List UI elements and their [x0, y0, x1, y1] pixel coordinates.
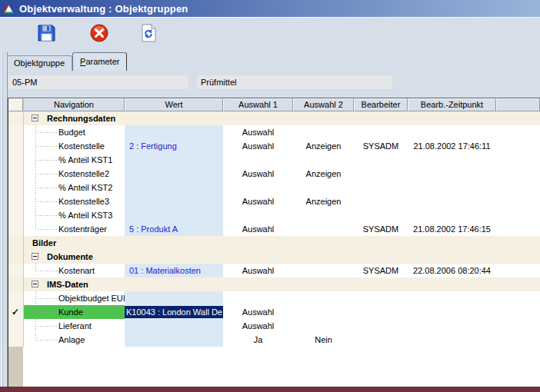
row-indicator-cell[interactable] — [8, 291, 23, 305]
row-indicator-cell[interactable] — [8, 319, 23, 333]
auswahl2-cell[interactable]: Nein — [293, 333, 354, 347]
zeitpunkt-cell[interactable] — [408, 319, 496, 333]
wert-cell[interactable] — [125, 181, 223, 194]
tab-objektgruppe[interactable]: Objektgruppe — [6, 55, 72, 71]
zeitpunkt-cell[interactable] — [408, 250, 496, 264]
nav-cell[interactable]: Budget — [23, 125, 125, 139]
auswahl2-cell[interactable]: Anzeigen — [293, 194, 354, 208]
nav-cell[interactable]: % Anteil KST2 — [23, 181, 125, 194]
auswahl1-cell[interactable]: Auswahl — [223, 125, 293, 139]
refresh-button[interactable] — [136, 21, 161, 47]
bearbeiter-cell[interactable] — [354, 236, 408, 250]
auswahl2-cell[interactable] — [293, 264, 354, 277]
row-indicator-cell[interactable] — [8, 153, 23, 167]
nav-cell[interactable]: Kunde — [23, 305, 125, 319]
auswahl1-cell[interactable] — [223, 291, 293, 305]
auswahl1-cell[interactable]: Auswahl — [223, 167, 293, 181]
bearbeiter-cell[interactable] — [354, 125, 408, 139]
bearbeiter-cell[interactable] — [354, 111, 408, 125]
wert-cell[interactable] — [125, 194, 223, 208]
column-header-navigation[interactable]: Navigation — [23, 98, 125, 111]
auswahl2-cell[interactable] — [293, 250, 354, 264]
bearbeiter-cell[interactable] — [354, 167, 408, 181]
nav-cell[interactable]: Kostenart — [23, 264, 125, 277]
auswahl1-cell[interactable]: Auswahl — [223, 319, 293, 333]
bearbeiter-cell[interactable] — [354, 208, 408, 222]
bearbeiter-cell[interactable]: SYSADM — [354, 222, 408, 236]
nav-cell[interactable]: Kostenträger — [23, 222, 125, 236]
auswahl1-cell[interactable]: Ja — [223, 333, 293, 347]
bearbeiter-cell[interactable] — [354, 305, 408, 319]
auswahl1-cell[interactable] — [223, 236, 293, 250]
auswahl2-cell[interactable] — [293, 111, 354, 125]
zeitpunkt-cell[interactable] — [408, 181, 496, 194]
save-button[interactable] — [34, 21, 58, 47]
zeitpunkt-cell[interactable] — [408, 125, 496, 139]
nav-cell[interactable]: Kostenstelle — [23, 139, 125, 153]
auswahl1-cell[interactable] — [223, 153, 293, 167]
auswahl2-cell[interactable] — [293, 291, 354, 305]
zeitpunkt-cell[interactable] — [408, 305, 496, 319]
nav-cell[interactable]: Lieferant — [23, 319, 125, 333]
bearbeiter-cell[interactable]: SYSADM — [354, 139, 408, 153]
row-indicator-cell[interactable] — [8, 333, 23, 347]
auswahl1-cell[interactable] — [223, 208, 293, 222]
nav-cell[interactable]: IMS-Daten — [23, 277, 125, 291]
nav-cell[interactable]: % Anteil KST1 — [23, 153, 125, 167]
zeitpunkt-cell[interactable] — [408, 194, 496, 208]
wert-cell[interactable]: 5 : Produkt A — [125, 222, 223, 236]
row-indicator-cell[interactable] — [8, 194, 23, 208]
wert-cell[interactable] — [125, 153, 223, 167]
wert-cell[interactable]: 01 : Materialkosten — [125, 264, 223, 277]
nav-cell[interactable]: Kostenstelle3 — [23, 194, 125, 208]
zeitpunkt-cell[interactable] — [408, 111, 496, 125]
wert-cell[interactable] — [125, 125, 223, 139]
nav-cell[interactable]: Objektbudget EUI — [23, 291, 125, 305]
bearbeiter-cell[interactable] — [354, 194, 408, 208]
collapse-icon[interactable] — [32, 253, 38, 260]
row-indicator-cell[interactable] — [8, 167, 23, 181]
row-indicator-cell[interactable] — [8, 111, 23, 125]
wert-cell[interactable] — [125, 208, 223, 222]
bearbeiter-cell[interactable] — [354, 153, 408, 167]
bearbeiter-cell[interactable] — [354, 250, 408, 264]
zeitpunkt-cell[interactable] — [408, 333, 496, 347]
column-header-blank-0[interactable] — [8, 98, 23, 111]
row-indicator-cell[interactable]: ✓ — [8, 305, 23, 319]
wert-cell[interactable]: K10043 : London Wall De — [125, 305, 223, 319]
row-indicator-cell[interactable] — [8, 181, 23, 194]
zeitpunkt-cell[interactable] — [408, 277, 496, 291]
collapse-icon[interactable] — [32, 281, 38, 287]
zeitpunkt-cell[interactable]: 22.08.2006 08:20:44 — [408, 264, 496, 277]
auswahl1-cell[interactable] — [223, 111, 293, 125]
column-header-blank-7[interactable] — [496, 98, 540, 111]
auswahl2-cell[interactable] — [293, 125, 354, 139]
wert-cell[interactable] — [125, 319, 223, 333]
auswahl1-cell[interactable]: Auswahl — [223, 194, 293, 208]
bearbeiter-cell[interactable] — [354, 333, 408, 347]
row-indicator-cell[interactable] — [8, 125, 23, 139]
wert-cell[interactable] — [125, 111, 223, 125]
wert-cell[interactable] — [125, 333, 223, 347]
auswahl1-cell[interactable] — [223, 277, 293, 291]
bearbeiter-cell[interactable] — [354, 319, 408, 333]
row-indicator-cell[interactable] — [8, 277, 23, 291]
auswahl2-cell[interactable] — [293, 277, 354, 291]
zeitpunkt-cell[interactable] — [408, 208, 496, 222]
column-header-auswahl-2[interactable]: Auswahl 2 — [293, 98, 354, 111]
wert-cell[interactable] — [125, 277, 223, 291]
nav-cell[interactable]: Anlage — [23, 333, 125, 347]
bearbeiter-cell[interactable] — [354, 291, 408, 305]
row-indicator-cell[interactable] — [8, 236, 23, 250]
nav-cell[interactable]: Kostenstelle2 — [23, 167, 125, 181]
auswahl2-cell[interactable] — [293, 319, 354, 333]
bearbeiter-cell[interactable] — [354, 277, 408, 291]
zeitpunkt-cell[interactable] — [408, 291, 496, 305]
nav-cell[interactable]: Rechnungsdaten — [23, 111, 125, 125]
tab-parameter[interactable]: Parameter — [72, 52, 127, 71]
collapse-icon[interactable] — [32, 115, 38, 121]
auswahl2-cell[interactable] — [293, 153, 354, 167]
auswahl1-cell[interactable]: Auswahl — [223, 139, 293, 153]
wert-cell[interactable] — [125, 250, 223, 264]
auswahl2-cell[interactable] — [293, 208, 354, 222]
